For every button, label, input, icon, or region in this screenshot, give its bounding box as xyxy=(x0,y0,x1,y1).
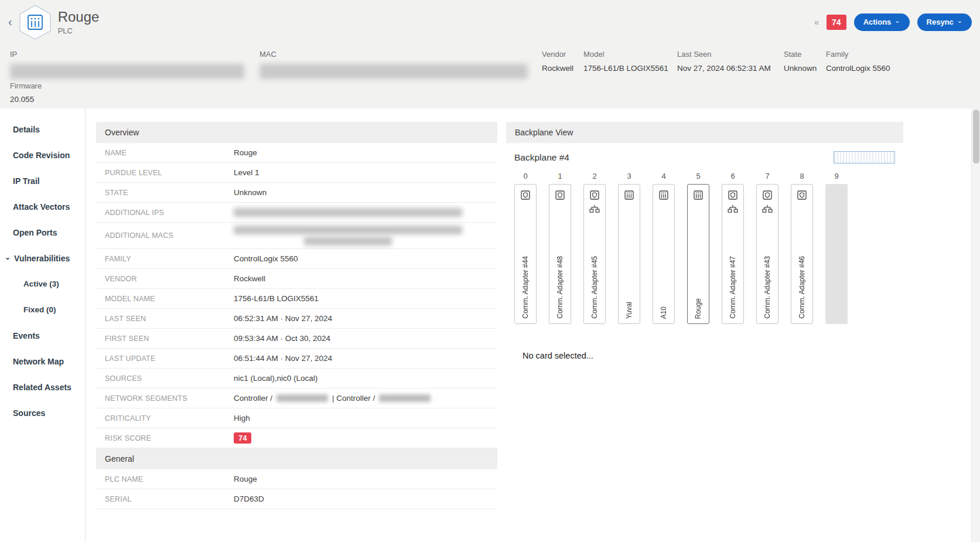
redacted-segment-name xyxy=(379,394,431,402)
ip-label: IP xyxy=(10,50,259,59)
sidebar-item-ip-trail[interactable]: IP Trail xyxy=(0,168,85,194)
chevron-down-icon: ⌄ xyxy=(894,17,900,25)
model-value: 1756-L61/B LOGIX5561 xyxy=(583,64,677,73)
sidebar-item-attack-vectors[interactable]: Attack Vectors xyxy=(0,194,85,220)
table-row-serial: SERIAL D7D63D xyxy=(96,489,497,509)
asset-info-bar: IP MAC Vendor Rockwell Model 1756-L61/B … xyxy=(0,44,980,108)
backplane-card[interactable]: Comm. Adapter #45 xyxy=(583,184,606,324)
content-area: Details Code Revision IP Trail Attack Ve… xyxy=(0,108,980,542)
vertical-scrollbar[interactable] xyxy=(971,108,980,542)
firmware-value: 20.055 xyxy=(10,95,970,104)
redacted-additional-macs xyxy=(234,226,462,234)
comm-module-icon xyxy=(555,190,565,200)
backplane-slot-5: 5 Rouge xyxy=(687,172,709,324)
family-value: ControlLogix 5560 xyxy=(826,64,890,73)
backplane-card[interactable]: Comm. Adapter #43 xyxy=(756,184,778,324)
controller-icon xyxy=(693,190,704,200)
asset-type-label: PLC xyxy=(58,26,100,35)
backplane-slot-2: 2 Comm. Adapter #45 xyxy=(583,172,606,324)
collapse-panel-icon[interactable]: « xyxy=(814,17,819,27)
sidebar-item-details[interactable]: Details xyxy=(0,117,85,142)
backplane-card[interactable]: A10 xyxy=(653,184,675,324)
backplane-slot-3: 3 Yuval xyxy=(618,172,640,324)
backplane-panel: Backplane View Backplane #4 0 Comm. Ada xyxy=(506,122,903,542)
table-row-purdue-level: PURDUE LEVEL Level 1 xyxy=(96,163,497,183)
table-row-last-update: LAST UPDATE 06:51:44 AM · Nov 27, 2024 xyxy=(96,349,497,369)
comm-module-icon xyxy=(762,190,773,200)
table-row-additional-ips: ADDITIONAL IPS xyxy=(96,203,497,223)
sidebar-item-related-assets[interactable]: Related Assets xyxy=(0,374,85,400)
general-section-header: General xyxy=(96,448,497,469)
sidebar-item-code-revision[interactable]: Code Revision xyxy=(0,142,85,168)
backplane-slot-6: 6 Comm. Adapter #47 xyxy=(722,172,744,324)
page-title: Rouge xyxy=(58,9,100,25)
backplane-title: Backplane #4 xyxy=(514,152,569,163)
comm-module-icon xyxy=(728,190,738,200)
redacted-segment-name xyxy=(276,394,328,402)
backplane-slot-1: 1 Comm. Adapter #48 xyxy=(549,172,571,324)
table-row-vendor: VENDOR Rockwell xyxy=(96,269,497,289)
backplane-section-header: Backplane View xyxy=(506,122,903,143)
sidebar-item-network-map[interactable]: Network Map xyxy=(0,349,85,374)
last-seen-value: Nov 27, 2024 06:52:31 AM xyxy=(677,64,784,73)
table-row-network-segments: NETWORK SEGMENTS Controller / | Controll… xyxy=(96,388,497,408)
comm-module-icon xyxy=(520,190,531,200)
backplane-card[interactable]: Comm. Adapter #47 xyxy=(722,184,744,324)
no-card-selected-text: No card selected... xyxy=(514,351,895,360)
sidebar-item-sources[interactable]: Sources xyxy=(0,400,85,426)
sidebar-item-open-ports[interactable]: Open Ports xyxy=(0,220,85,246)
backplane-card-selected[interactable]: Rouge xyxy=(687,184,709,324)
actions-button[interactable]: Actions ⌄ xyxy=(854,13,910,31)
backplane-slot-7: 7 Comm. Adapter #43 xyxy=(756,172,778,324)
scrollbar-thumb[interactable] xyxy=(973,110,979,163)
controller-icon xyxy=(658,190,669,200)
resync-button[interactable]: Resync ⌄ xyxy=(917,13,972,31)
overview-section-header: Overview xyxy=(96,122,497,143)
backplane-slot-0: 0 Comm. Adapter #44 xyxy=(514,172,537,324)
redacted-ip-value xyxy=(10,64,244,79)
backplane-card[interactable]: Comm. Adapter #48 xyxy=(549,184,571,324)
table-row-name: NAME Rouge xyxy=(96,143,497,163)
backplane-slot-9: 9 xyxy=(825,172,848,324)
redacted-additional-ips xyxy=(234,208,462,217)
backplane-card[interactable]: Yuval xyxy=(618,184,640,324)
table-row-first-seen: FIRST SEEN 09:53:34 AM · Oct 30, 2024 xyxy=(96,329,497,349)
family-label: Family xyxy=(826,50,890,59)
last-seen-label: Last Seen xyxy=(677,50,784,59)
backplane-card[interactable]: Comm. Adapter #44 xyxy=(514,184,537,324)
risk-score-badge: 74 xyxy=(827,15,846,30)
sidebar-item-vulnerabilities[interactable]: ⌄ Vulnerabilities xyxy=(0,246,85,271)
table-row-model-name: MODEL NAME 1756-L61/B LOGIX5561 xyxy=(96,289,497,309)
table-row-sources: SOURCES nic1 (Local),nic0 (Local) xyxy=(96,369,497,388)
back-icon[interactable]: ‹ xyxy=(8,15,12,29)
sidebar-item-events[interactable]: Events xyxy=(0,323,85,349)
network-icon xyxy=(589,203,600,214)
redacted-additional-macs xyxy=(304,237,392,246)
backplane-slot-4: 4 A10 xyxy=(653,172,675,324)
sidebar-item-vulnerabilities-active[interactable]: Active (3) xyxy=(0,271,85,297)
backplane-slot-empty xyxy=(825,184,848,324)
model-label: Model xyxy=(583,50,677,59)
comm-module-icon xyxy=(589,190,600,200)
table-row-criticality: CRITICALITY High xyxy=(96,408,497,428)
chevron-down-icon: ⌄ xyxy=(5,252,11,263)
table-row-risk-score: RISK SCORE 74 xyxy=(96,428,497,448)
backplane-card[interactable]: Comm. Adapter #46 xyxy=(791,184,813,324)
network-icon xyxy=(728,203,738,214)
table-row-additional-macs: ADDITIONAL MACS xyxy=(96,223,497,249)
comm-module-icon xyxy=(797,190,807,200)
plc-hexagon-icon xyxy=(18,4,52,40)
sidebar-item-vulnerabilities-fixed[interactable]: Fixed (0) xyxy=(0,297,85,323)
table-row-family: FAMILY ControlLogix 5560 xyxy=(96,249,497,269)
details-panel: Overview NAME Rouge PURDUE LEVEL Level 1… xyxy=(96,122,497,542)
backplane-slot-8: 8 Comm. Adapter #46 xyxy=(791,172,813,324)
state-label: State xyxy=(784,50,826,59)
vendor-label: Vendor xyxy=(542,50,583,59)
backplane-capacity-bar xyxy=(834,151,895,163)
table-row-last-seen: LAST SEEN 06:52:31 AM · Nov 27, 2024 xyxy=(96,309,497,329)
chevron-down-icon: ⌄ xyxy=(957,17,962,25)
backplane-slots: 0 Comm. Adapter #44 1 xyxy=(514,172,895,324)
mac-label: MAC xyxy=(259,50,542,59)
page-header: ‹ Rouge PLC « 74 Actions ⌄ Resync ⌄ xyxy=(0,0,980,44)
sidebar: Details Code Revision IP Trail Attack Ve… xyxy=(0,108,86,542)
